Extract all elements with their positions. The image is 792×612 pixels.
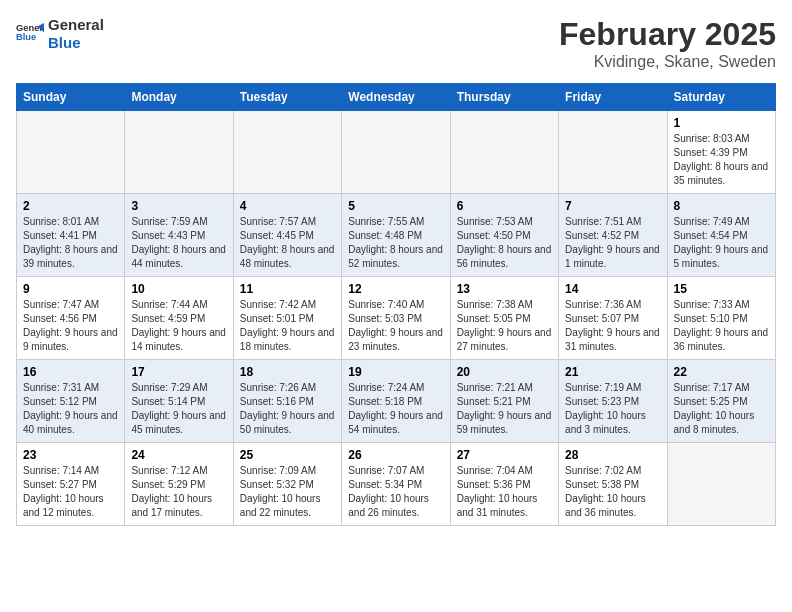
weekday-header-wednesday: Wednesday (342, 84, 450, 111)
day-number: 20 (457, 365, 552, 379)
calendar-cell: 16Sunrise: 7:31 AM Sunset: 5:12 PM Dayli… (17, 360, 125, 443)
day-number: 7 (565, 199, 660, 213)
day-number: 23 (23, 448, 118, 462)
month-year-title: February 2025 (559, 16, 776, 53)
calendar-cell: 20Sunrise: 7:21 AM Sunset: 5:21 PM Dayli… (450, 360, 558, 443)
calendar-cell: 14Sunrise: 7:36 AM Sunset: 5:07 PM Dayli… (559, 277, 667, 360)
calendar-cell: 17Sunrise: 7:29 AM Sunset: 5:14 PM Dayli… (125, 360, 233, 443)
calendar-week-row: 9Sunrise: 7:47 AM Sunset: 4:56 PM Daylig… (17, 277, 776, 360)
day-number: 18 (240, 365, 335, 379)
day-info: Sunrise: 7:55 AM Sunset: 4:48 PM Dayligh… (348, 215, 443, 271)
day-number: 24 (131, 448, 226, 462)
calendar-week-row: 23Sunrise: 7:14 AM Sunset: 5:27 PM Dayli… (17, 443, 776, 526)
day-info: Sunrise: 7:19 AM Sunset: 5:23 PM Dayligh… (565, 381, 660, 437)
calendar-cell: 2Sunrise: 8:01 AM Sunset: 4:41 PM Daylig… (17, 194, 125, 277)
calendar-cell (233, 111, 341, 194)
day-number: 10 (131, 282, 226, 296)
day-number: 27 (457, 448, 552, 462)
day-info: Sunrise: 7:40 AM Sunset: 5:03 PM Dayligh… (348, 298, 443, 354)
logo-line2: Blue (48, 34, 104, 52)
day-info: Sunrise: 7:17 AM Sunset: 5:25 PM Dayligh… (674, 381, 769, 437)
calendar-cell (342, 111, 450, 194)
weekday-header-sunday: Sunday (17, 84, 125, 111)
page-header: General Blue General Blue February 2025 … (16, 16, 776, 71)
calendar-cell: 26Sunrise: 7:07 AM Sunset: 5:34 PM Dayli… (342, 443, 450, 526)
day-number: 15 (674, 282, 769, 296)
day-info: Sunrise: 7:09 AM Sunset: 5:32 PM Dayligh… (240, 464, 335, 520)
calendar-cell: 21Sunrise: 7:19 AM Sunset: 5:23 PM Dayli… (559, 360, 667, 443)
calendar-cell: 28Sunrise: 7:02 AM Sunset: 5:38 PM Dayli… (559, 443, 667, 526)
calendar-cell: 5Sunrise: 7:55 AM Sunset: 4:48 PM Daylig… (342, 194, 450, 277)
svg-text:Blue: Blue (16, 32, 36, 42)
day-info: Sunrise: 7:33 AM Sunset: 5:10 PM Dayligh… (674, 298, 769, 354)
day-number: 21 (565, 365, 660, 379)
day-number: 12 (348, 282, 443, 296)
calendar-cell: 1Sunrise: 8:03 AM Sunset: 4:39 PM Daylig… (667, 111, 775, 194)
calendar-cell (125, 111, 233, 194)
day-info: Sunrise: 8:01 AM Sunset: 4:41 PM Dayligh… (23, 215, 118, 271)
calendar-cell: 18Sunrise: 7:26 AM Sunset: 5:16 PM Dayli… (233, 360, 341, 443)
day-info: Sunrise: 7:36 AM Sunset: 5:07 PM Dayligh… (565, 298, 660, 354)
day-info: Sunrise: 7:51 AM Sunset: 4:52 PM Dayligh… (565, 215, 660, 271)
calendar-cell: 6Sunrise: 7:53 AM Sunset: 4:50 PM Daylig… (450, 194, 558, 277)
calendar-cell: 8Sunrise: 7:49 AM Sunset: 4:54 PM Daylig… (667, 194, 775, 277)
day-info: Sunrise: 7:26 AM Sunset: 5:16 PM Dayligh… (240, 381, 335, 437)
calendar-cell (450, 111, 558, 194)
day-info: Sunrise: 7:29 AM Sunset: 5:14 PM Dayligh… (131, 381, 226, 437)
day-info: Sunrise: 7:07 AM Sunset: 5:34 PM Dayligh… (348, 464, 443, 520)
day-number: 1 (674, 116, 769, 130)
day-info: Sunrise: 7:31 AM Sunset: 5:12 PM Dayligh… (23, 381, 118, 437)
day-info: Sunrise: 7:59 AM Sunset: 4:43 PM Dayligh… (131, 215, 226, 271)
day-number: 19 (348, 365, 443, 379)
calendar-week-row: 1Sunrise: 8:03 AM Sunset: 4:39 PM Daylig… (17, 111, 776, 194)
weekday-header-tuesday: Tuesday (233, 84, 341, 111)
day-number: 6 (457, 199, 552, 213)
day-number: 16 (23, 365, 118, 379)
day-info: Sunrise: 7:02 AM Sunset: 5:38 PM Dayligh… (565, 464, 660, 520)
day-number: 28 (565, 448, 660, 462)
day-info: Sunrise: 7:42 AM Sunset: 5:01 PM Dayligh… (240, 298, 335, 354)
logo-line1: General (48, 16, 104, 34)
calendar-header-row: SundayMondayTuesdayWednesdayThursdayFrid… (17, 84, 776, 111)
day-info: Sunrise: 7:57 AM Sunset: 4:45 PM Dayligh… (240, 215, 335, 271)
day-number: 3 (131, 199, 226, 213)
calendar-cell: 7Sunrise: 7:51 AM Sunset: 4:52 PM Daylig… (559, 194, 667, 277)
calendar-cell: 19Sunrise: 7:24 AM Sunset: 5:18 PM Dayli… (342, 360, 450, 443)
location-subtitle: Kvidinge, Skane, Sweden (559, 53, 776, 71)
day-number: 11 (240, 282, 335, 296)
calendar-week-row: 2Sunrise: 8:01 AM Sunset: 4:41 PM Daylig… (17, 194, 776, 277)
day-number: 4 (240, 199, 335, 213)
calendar-cell: 22Sunrise: 7:17 AM Sunset: 5:25 PM Dayli… (667, 360, 775, 443)
calendar-cell: 3Sunrise: 7:59 AM Sunset: 4:43 PM Daylig… (125, 194, 233, 277)
logo: General Blue General Blue (16, 16, 104, 52)
weekday-header-saturday: Saturday (667, 84, 775, 111)
day-number: 2 (23, 199, 118, 213)
calendar-cell: 12Sunrise: 7:40 AM Sunset: 5:03 PM Dayli… (342, 277, 450, 360)
calendar-cell: 11Sunrise: 7:42 AM Sunset: 5:01 PM Dayli… (233, 277, 341, 360)
calendar-cell: 25Sunrise: 7:09 AM Sunset: 5:32 PM Dayli… (233, 443, 341, 526)
calendar-cell (559, 111, 667, 194)
calendar-table: SundayMondayTuesdayWednesdayThursdayFrid… (16, 83, 776, 526)
calendar-cell: 24Sunrise: 7:12 AM Sunset: 5:29 PM Dayli… (125, 443, 233, 526)
weekday-header-friday: Friday (559, 84, 667, 111)
calendar-cell: 27Sunrise: 7:04 AM Sunset: 5:36 PM Dayli… (450, 443, 558, 526)
calendar-cell: 4Sunrise: 7:57 AM Sunset: 4:45 PM Daylig… (233, 194, 341, 277)
weekday-header-thursday: Thursday (450, 84, 558, 111)
day-number: 17 (131, 365, 226, 379)
day-number: 9 (23, 282, 118, 296)
day-info: Sunrise: 7:38 AM Sunset: 5:05 PM Dayligh… (457, 298, 552, 354)
day-number: 13 (457, 282, 552, 296)
day-info: Sunrise: 7:49 AM Sunset: 4:54 PM Dayligh… (674, 215, 769, 271)
logo-icon: General Blue (16, 20, 44, 48)
day-info: Sunrise: 7:24 AM Sunset: 5:18 PM Dayligh… (348, 381, 443, 437)
calendar-cell: 13Sunrise: 7:38 AM Sunset: 5:05 PM Dayli… (450, 277, 558, 360)
calendar-cell: 23Sunrise: 7:14 AM Sunset: 5:27 PM Dayli… (17, 443, 125, 526)
day-info: Sunrise: 7:21 AM Sunset: 5:21 PM Dayligh… (457, 381, 552, 437)
day-info: Sunrise: 7:53 AM Sunset: 4:50 PM Dayligh… (457, 215, 552, 271)
calendar-cell: 10Sunrise: 7:44 AM Sunset: 4:59 PM Dayli… (125, 277, 233, 360)
calendar-cell: 15Sunrise: 7:33 AM Sunset: 5:10 PM Dayli… (667, 277, 775, 360)
day-number: 8 (674, 199, 769, 213)
day-number: 22 (674, 365, 769, 379)
day-number: 25 (240, 448, 335, 462)
day-info: Sunrise: 7:12 AM Sunset: 5:29 PM Dayligh… (131, 464, 226, 520)
